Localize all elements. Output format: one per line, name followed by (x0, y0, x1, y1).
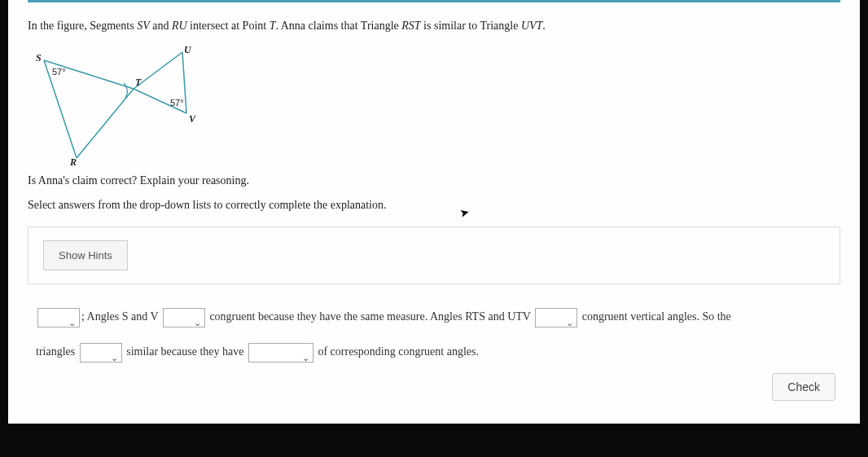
explanation-line-2: triangles similar because they have of c… (36, 336, 832, 367)
dropdown-2[interactable] (163, 308, 205, 327)
vertex-r-label: R (70, 156, 77, 169)
triangle-uvt: UVT (521, 20, 542, 32)
text: In the figure, Segments (28, 20, 137, 32)
angle-s: S (122, 310, 129, 323)
vertex-v-label: V (189, 113, 195, 125)
angle-s-label: 57° (52, 67, 66, 77)
vertex-s-label: S (36, 52, 42, 64)
angle-v-label: 57° (170, 98, 184, 108)
hints-panel: Show Hints (28, 226, 840, 284)
accent-border (28, 0, 840, 2)
question-text: Is Anna's claim correct? Explain your re… (28, 174, 840, 187)
angle-utv: UTV (507, 310, 531, 323)
text: congruent because they have the same mea… (207, 310, 465, 323)
text: similar because they have (124, 345, 247, 358)
angle-rts: RTS (465, 310, 485, 323)
segment-sv: SV (137, 20, 150, 32)
text: and (129, 310, 151, 323)
text: of corresponding congruent angles. (315, 345, 479, 358)
problem-statement: In the figure, Segments SV and RU inters… (28, 17, 840, 34)
explanation-section: ; Angles S and V congruent because they … (28, 301, 840, 367)
text: . (542, 20, 546, 32)
problem-page: In the figure, Segments SV and RU inters… (8, 0, 860, 424)
text: is similar to Triangle (421, 20, 521, 32)
vertex-u-label: U (184, 44, 191, 56)
text: congruent vertical angles. So the (579, 310, 731, 323)
segment-ru: RU (172, 20, 187, 32)
triangle-diagram-svg (28, 44, 215, 166)
check-button[interactable]: Check (772, 373, 835, 401)
dropdown-1[interactable] (37, 308, 80, 327)
dropdown-5[interactable] (248, 343, 313, 363)
geometry-figure: S U T V R 57° 57° (28, 44, 215, 166)
dropdown-4[interactable] (80, 343, 122, 363)
dropdown-3[interactable] (535, 308, 577, 327)
text: ; Angles (81, 310, 122, 323)
angle-v: V (151, 310, 159, 323)
text: triangles (36, 345, 78, 358)
text: intersect at Point (187, 20, 270, 32)
explanation-line-1: ; Angles S and V congruent because they … (36, 301, 832, 332)
instruction-text: Select answers from the drop-down lists … (28, 199, 840, 212)
text: and (150, 20, 172, 32)
svg-line-2 (77, 89, 134, 158)
triangle-rst: RST (401, 20, 420, 32)
vertex-t-label: T (135, 77, 141, 89)
text: . Anna claims that Triangle (275, 20, 401, 32)
text: and (485, 310, 507, 323)
show-hints-button[interactable]: Show Hints (43, 240, 128, 270)
